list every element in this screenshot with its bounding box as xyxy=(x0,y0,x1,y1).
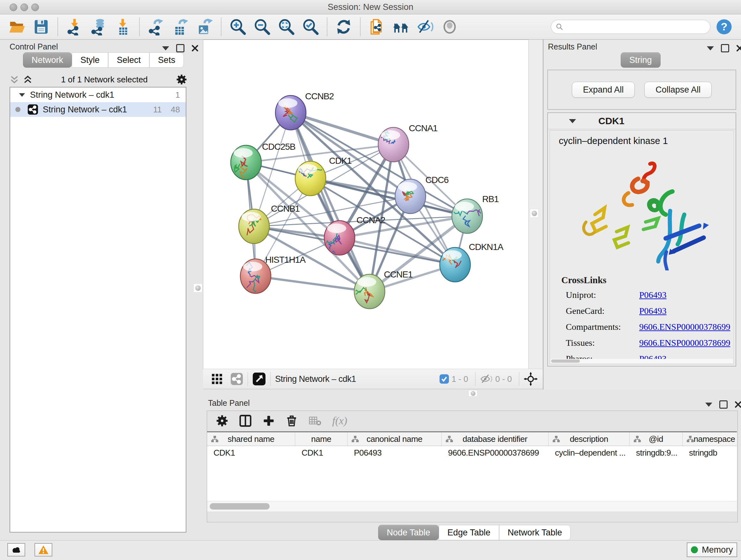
cloud-status-button[interactable] xyxy=(7,543,25,557)
function-builder-icon[interactable]: f(x) xyxy=(332,415,347,427)
column-header[interactable]: shared name xyxy=(207,432,295,446)
save-session-icon[interactable] xyxy=(30,16,52,37)
network-node[interactable]: CDKN1A xyxy=(440,242,503,282)
hide-panel-eye-icon[interactable] xyxy=(415,16,436,37)
collapse-all-button[interactable]: Collapse All xyxy=(644,82,712,98)
export-table-icon[interactable] xyxy=(170,16,191,37)
collapse-panel-icon[interactable] xyxy=(707,46,714,51)
close-panel-icon[interactable] xyxy=(735,401,741,408)
tab-network-table[interactable]: Network Table xyxy=(499,525,571,540)
close-panel-icon[interactable] xyxy=(192,45,199,52)
network-node[interactable]: RB1 xyxy=(452,194,499,233)
table-cell[interactable]: 9606.ENSP00000378699 xyxy=(442,446,549,459)
expand-all-button[interactable]: Expand All xyxy=(572,82,635,98)
tab-select[interactable]: Select xyxy=(108,52,149,68)
tab-network[interactable]: Network xyxy=(23,52,72,68)
table-cell[interactable]: stringdb:9... xyxy=(630,446,683,459)
network-node[interactable]: HIST1H1A xyxy=(240,255,306,294)
share-document-icon[interactable] xyxy=(366,16,387,37)
close-panel-icon[interactable] xyxy=(736,45,741,52)
network-node[interactable]: CDC6 xyxy=(395,175,449,213)
open-session-icon[interactable] xyxy=(6,16,27,37)
zoom-selected-icon[interactable] xyxy=(300,16,321,37)
tab-edge-table[interactable]: Edge Table xyxy=(439,525,499,540)
network-collection-row[interactable]: String Network – cdk1 1 xyxy=(10,87,186,102)
column-header[interactable]: canonical name xyxy=(347,432,442,446)
delete-column-icon[interactable] xyxy=(286,415,298,427)
eye-icon[interactable] xyxy=(439,16,460,37)
network-node[interactable]: CDK1 xyxy=(295,156,352,196)
network-view-icon[interactable] xyxy=(230,373,243,385)
zoom-in-icon[interactable] xyxy=(227,16,248,37)
application-window: Session: New Session xyxy=(0,0,741,560)
table-options-gear-icon[interactable] xyxy=(216,415,228,427)
export-image-icon[interactable] xyxy=(194,16,215,37)
search-field[interactable] xyxy=(551,20,711,34)
network-row[interactable]: String Network – cdk1 11 48 xyxy=(10,102,186,117)
table-cell[interactable]: stringdb xyxy=(683,446,737,459)
float-panel-icon[interactable] xyxy=(176,44,185,52)
bottom-splitter-handle[interactable] xyxy=(468,390,477,396)
right-splitter-handle[interactable] xyxy=(530,209,539,218)
grid-view-icon[interactable] xyxy=(211,373,223,385)
table-horizontal-scrollbar[interactable] xyxy=(207,501,737,511)
column-header[interactable]: name xyxy=(295,432,347,446)
float-panel-icon[interactable] xyxy=(721,44,729,52)
column-header[interactable]: @id xyxy=(630,432,683,446)
entry-expanded-icon[interactable] xyxy=(569,119,576,123)
collapse-panel-icon[interactable] xyxy=(162,46,169,51)
import-table-icon[interactable] xyxy=(112,16,133,37)
delete-table-icon[interactable] xyxy=(309,415,321,426)
node-result-header[interactable]: CDK1 xyxy=(548,113,736,129)
tab-node-table[interactable]: Node Table xyxy=(378,525,439,540)
birdseye-view-icon[interactable] xyxy=(253,372,266,386)
network-edge[interactable] xyxy=(256,276,369,292)
import-network-icon[interactable] xyxy=(64,16,85,37)
zoom-out-icon[interactable] xyxy=(252,16,273,37)
network-node[interactable]: CCNA1 xyxy=(378,123,437,162)
fit-content-crosshair-icon[interactable] xyxy=(524,372,538,386)
memory-button[interactable]: Memory xyxy=(687,543,737,557)
search-input[interactable] xyxy=(563,22,705,32)
left-splitter-handle[interactable] xyxy=(193,284,202,293)
tab-sets[interactable]: Sets xyxy=(149,52,184,68)
expand-all-icon[interactable] xyxy=(23,74,32,85)
crosslink-link[interactable]: 9606.ENSP00000378699 xyxy=(639,322,730,332)
results-horizontal-scrollbar[interactable] xyxy=(550,359,733,363)
column-header[interactable]: description xyxy=(549,432,630,446)
tab-style[interactable]: Style xyxy=(72,52,108,68)
show-columns-icon[interactable] xyxy=(239,415,252,427)
crosslink-link[interactable]: 9606.ENSP00000378699 xyxy=(639,338,730,348)
warnings-button[interactable] xyxy=(35,543,52,557)
table-cell[interactable]: cyclin–dependent ... xyxy=(549,446,630,459)
add-column-icon[interactable] xyxy=(263,415,275,427)
collapse-panel-icon[interactable] xyxy=(705,402,712,407)
hidden-items-eye-icon[interactable] xyxy=(480,374,493,384)
column-header[interactable]: namespace xyxy=(683,432,737,446)
crosslink-link[interactable]: P06493 xyxy=(639,306,667,316)
table-cell[interactable]: CDK1 xyxy=(295,446,347,459)
table-cell[interactable]: P06493 xyxy=(347,446,442,459)
refresh-icon[interactable] xyxy=(333,16,354,37)
control-panel: Control Panel Network Style Select Sets … xyxy=(5,40,192,539)
crosslink-link[interactable]: P06493 xyxy=(639,290,667,300)
network-node[interactable]: CCNB1 xyxy=(239,204,300,244)
export-network-icon[interactable] xyxy=(145,16,166,37)
home-pair-icon[interactable] xyxy=(391,16,412,37)
collection-expanded-icon[interactable] xyxy=(19,93,25,97)
network-edge[interactable] xyxy=(291,113,394,145)
table-cell[interactable]: CDK1 xyxy=(207,446,295,459)
window-title: Session: New Session xyxy=(0,2,741,12)
selected-checkbox-icon[interactable] xyxy=(440,374,449,384)
import-database-icon[interactable] xyxy=(88,16,109,37)
zoom-fit-icon[interactable] xyxy=(276,16,297,37)
tab-string[interactable]: String xyxy=(621,52,661,68)
table-row[interactable]: CDK1 CDK1 P06493 9606.ENSP00000378699 cy… xyxy=(207,446,737,459)
column-header[interactable]: database identifier xyxy=(442,432,549,446)
node-result-body: cyclin–dependent kinase 1 xyxy=(549,130,734,364)
collapse-all-icon[interactable] xyxy=(10,74,19,85)
help-icon[interactable]: ? xyxy=(714,16,735,37)
float-panel-icon[interactable] xyxy=(719,400,728,409)
network-options-gear-icon[interactable] xyxy=(176,74,187,85)
network-canvas[interactable]: CCNB2CCNA1CDC25BCDK1CDC6RB1CCNB1CCNA2CDK… xyxy=(203,40,529,369)
